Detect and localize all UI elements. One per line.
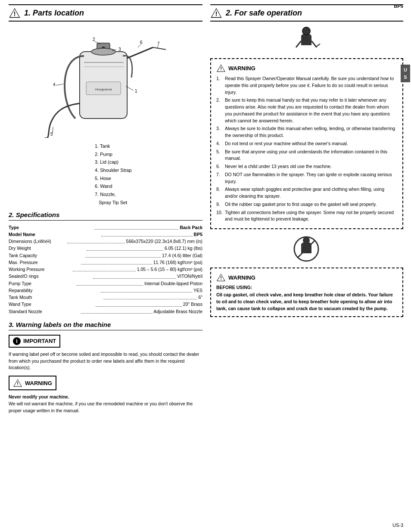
- list-item-number: 5.: [216, 149, 225, 162]
- list-item-number: 6.: [216, 163, 225, 170]
- spec-row: Dry Weight6.05 (12.1) kg (lbs): [9, 245, 202, 252]
- warning-machine-box: ! WARNING: [9, 376, 56, 390]
- section1-header: ! 1. Parts location: [9, 4, 202, 22]
- spec-value: YES: [193, 287, 202, 294]
- spec-label: Reparability: [9, 287, 100, 294]
- page-number: US-3: [392, 523, 403, 528]
- spec-dots: [81, 259, 152, 264]
- warning-list-item: 3.Always be sure to include this manual …: [216, 125, 397, 139]
- left-column: ! 1. Parts location: [4, 4, 207, 414]
- warning1-triangle-icon: !: [216, 63, 226, 73]
- warning2-triangle-icon: !: [216, 273, 226, 282]
- spec-value: Back Pack: [180, 224, 202, 231]
- list-item-content: Read this Sprayer Owner/Operator Manual …: [225, 75, 397, 96]
- part-item: 4. Shoulder Strap: [95, 166, 202, 174]
- warning-body-text: We will not warrant the machine, if you …: [9, 401, 202, 414]
- important-container: i IMPORTANT If warning label peel off or…: [9, 335, 202, 371]
- spec-label: Standard Nozzle: [9, 308, 80, 315]
- important-icon: i: [13, 337, 21, 345]
- spec-row: Tank Mouth6": [9, 294, 202, 301]
- list-item-number: 9.: [216, 201, 225, 208]
- spec-label: Model Name: [9, 231, 100, 238]
- part-item: 5. Hose: [95, 174, 202, 183]
- page: BP5 ! 1. Parts location: [0, 0, 411, 532]
- spec-dots: [73, 266, 136, 271]
- warning-dashed-box2: ! WARNING BEFORE USING: Oil cap gasket, …: [210, 268, 403, 317]
- sprayer-user-icon: [293, 26, 321, 54]
- spec-dots: [103, 294, 197, 299]
- spec-dots: [67, 238, 125, 243]
- svg-line-25: [56, 84, 63, 85]
- warning2-body: Oil cap gasket, oil check valve, and kee…: [216, 292, 397, 312]
- warning1-label: WARNING: [228, 65, 255, 72]
- part-item: 3. Lid (cap): [95, 158, 202, 166]
- spec-label: Max. Pressure: [9, 259, 80, 266]
- list-item-number: 1.: [216, 75, 225, 96]
- list-item-number: 8.: [216, 186, 225, 200]
- sprayer-icon-container: [210, 26, 403, 55]
- no-sign-icon: [293, 235, 321, 263]
- parts-diagram: Husqvarna: [24, 26, 187, 138]
- spec-value: 1.05 – 5.6 (15 – 80) kgf/cm² (psi): [137, 266, 202, 273]
- spec-label: Tank Mouth: [9, 294, 102, 301]
- spec-row: Pump TypeInternal Double-lipped Piston: [9, 280, 202, 287]
- warning-triangle-sm-icon: !: [13, 378, 22, 388]
- svg-text:6: 6: [140, 40, 143, 45]
- svg-text:2: 2: [93, 37, 95, 42]
- right-column: ! 2. For safe operation: [207, 4, 407, 414]
- warning-labels-section: 3. Warning labels on the machine i IMPOR…: [9, 321, 202, 414]
- warning-triangle-right-icon: !: [210, 7, 222, 19]
- warning-machine-label: WARNING: [25, 380, 52, 386]
- list-item-number: 7.: [216, 171, 225, 185]
- list-item-number: 2.: [216, 97, 225, 124]
- svg-line-27: [138, 44, 141, 47]
- svg-text:!: !: [220, 276, 222, 281]
- warning-triangle-icon: !: [9, 7, 21, 19]
- spec-value: 6.05 (12.1) kg (lbs): [165, 245, 202, 252]
- warning-list-item: 5.Be sure that anyone using your unit un…: [216, 149, 397, 162]
- specifications-section: 2. Specifications TypeBack PackModel Nam…: [9, 211, 202, 315]
- warning-list-item: 2.Be sure to keep this manual handy so t…: [216, 97, 397, 124]
- svg-line-12: [127, 47, 153, 58]
- svg-text:!: !: [220, 66, 222, 72]
- svg-point-11: [91, 48, 115, 55]
- no-sign-icon-container: [210, 235, 403, 264]
- spec-row: TypeBack Pack: [9, 224, 202, 231]
- spec-dots: [77, 280, 143, 286]
- before-using-text: BEFORE USING:: [216, 285, 397, 290]
- svg-text:!: !: [215, 10, 218, 17]
- svg-text:3: 3: [118, 47, 121, 52]
- spec-dots: [96, 301, 181, 306]
- spec-value: 20" Brass: [183, 301, 202, 308]
- warning1-header-row: ! WARNING: [216, 63, 397, 73]
- list-item-content: DO NOT use flammables in the sprayer. Th…: [225, 171, 397, 185]
- warning2-label: WARNING: [228, 274, 255, 281]
- section2-header: ! 2. For safe operation: [210, 4, 403, 22]
- list-item-content: Always wear splash goggles and protectiv…: [225, 186, 397, 200]
- part-item: 2. Pump: [95, 150, 202, 159]
- spec-dots: [101, 231, 193, 236]
- spec-value: 11.76 (168) kgf/cm² (psi): [153, 259, 202, 266]
- spec-label: Dimensions (LxWxH): [9, 238, 66, 245]
- warning-list-item: 4.Do not lend or rent your machine witho…: [216, 140, 397, 147]
- section1-title: 1. Parts location: [24, 9, 84, 18]
- list-item-content: Be sure to keep this manual handy so tha…: [225, 97, 397, 124]
- svg-text:!: !: [14, 10, 16, 17]
- spec-row: Max. Pressure11.76 (168) kgf/cm² (psi): [9, 259, 202, 266]
- diagram-svg: Husqvarna: [24, 26, 187, 138]
- spec-value: 566x375x220 (22.3x14.8x8.7) mm (in): [126, 238, 202, 245]
- list-item-content: Be sure that anyone using your unit unde…: [225, 149, 397, 162]
- spec-value: Adjustable Brass Nozzle: [153, 308, 202, 315]
- warning-list-item: 6.Never let a child under 13 years old u…: [216, 163, 397, 170]
- list-item-content: Tighten all connections before using the…: [225, 209, 397, 223]
- spec-row: Tank Capacity17.4 (4.6) litter (Gal): [9, 252, 202, 259]
- spec-value: 6": [198, 294, 202, 301]
- svg-text:7: 7: [157, 41, 160, 46]
- spec-label: Type: [9, 224, 93, 231]
- warning-bold-line: Never modify your machine.: [9, 394, 69, 399]
- spec-row: Model NameBP5: [9, 231, 202, 238]
- important-label: IMPORTANT: [23, 338, 56, 344]
- spec-value: Internal Double-lipped Piston: [144, 280, 202, 287]
- spec-value: VITON/Nytril: [177, 273, 202, 280]
- list-item-content: Never let a child under 13 years old use…: [225, 163, 397, 170]
